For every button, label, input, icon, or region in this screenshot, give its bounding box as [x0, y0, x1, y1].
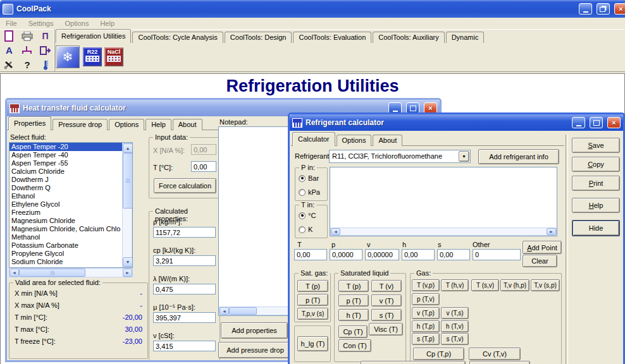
fluid-item[interactable]: Freezium [9, 209, 122, 217]
gas-cp-tp-button[interactable]: Cp (T,p) [413, 348, 464, 360]
tab-refrigeration-utilities[interactable]: Refrigeration Utilities [56, 29, 131, 43]
fluid-item[interactable]: Aspen Temper -40 [9, 151, 122, 159]
t-in-kelvin-radio[interactable]: K [299, 226, 312, 233]
refc-titlebar[interactable]: Refrigerant calculator × [290, 114, 623, 131]
tab-dynamic[interactable]: Dynamic [446, 32, 485, 43]
conductivity-field[interactable] [153, 284, 216, 294]
kinematic-viscosity-field[interactable] [153, 341, 216, 351]
snowflake-tool-button[interactable]: ❄ [56, 46, 80, 68]
clear-button[interactable]: Clear [523, 255, 557, 267]
combobox-dropdown-icon[interactable]: ▼ [459, 151, 469, 162]
tools-icon[interactable] [1, 58, 17, 71]
new-document-icon[interactable] [1, 30, 17, 43]
exit-flow-icon[interactable] [37, 44, 54, 57]
fluid-item[interactable]: Magnesium Chloride [9, 217, 122, 225]
scroll-left-arrow-icon[interactable]: ◄ [331, 228, 340, 235]
gas-h-tp-button[interactable]: h (T,p) [412, 320, 440, 332]
fluid-list-hscrollbar[interactable]: ◄ ► [9, 268, 133, 277]
close-button[interactable]: × [614, 3, 625, 15]
print-button[interactable]: Print [572, 176, 620, 191]
gas-tv-sp-button[interactable]: T,v (s,p) [531, 279, 560, 291]
gas-p-tv-button[interactable]: p (T,v) [412, 293, 440, 305]
nacl-calculator-button[interactable]: NaCl [104, 47, 123, 66]
menu-help[interactable]: Help [94, 20, 120, 27]
htf-tab-options[interactable]: Options [109, 119, 144, 130]
font-icon[interactable]: A [1, 44, 17, 57]
help-icon[interactable]: ? [19, 58, 35, 71]
results-output-area[interactable]: ◄ ► [330, 167, 557, 236]
gas-s-tv-button[interactable]: s (T,v) [441, 333, 469, 345]
save-button[interactable]: Save [572, 138, 620, 153]
restore-button[interactable] [597, 3, 610, 15]
add-properties-button[interactable]: Add properties [221, 322, 288, 339]
gas-cv-tv-button[interactable]: Cv (T,v) [469, 348, 521, 360]
add-pressure-drop-button[interactable]: Add pressure drop [218, 342, 292, 358]
output-hscrollbar[interactable]: ◄ ► [330, 228, 557, 236]
minimize-button[interactable] [579, 3, 592, 15]
menu-options[interactable]: Options [59, 20, 94, 27]
fluid-item[interactable]: Sodium Chloride [9, 258, 122, 266]
gas-tv-hp-button[interactable]: T,v (h,p) [500, 279, 529, 291]
hide-button[interactable]: Hide [572, 220, 620, 236]
satliq-con-t-button[interactable]: Con (T) [338, 339, 371, 352]
satliq-p-t-button[interactable]: p (T) [338, 294, 369, 306]
scroll-right-arrow-icon[interactable]: ► [547, 228, 556, 235]
scroll-left-arrow-icon[interactable]: ◄ [9, 269, 19, 277]
tab-cooltools-design[interactable]: CoolTools: Design [225, 32, 292, 43]
other-field[interactable] [473, 249, 521, 260]
fluid-item[interactable]: Ethylene Glycol [9, 200, 122, 209]
htf-tab-about[interactable]: About [173, 119, 202, 130]
satliq-h-t-button[interactable]: h (T) [338, 309, 369, 321]
copy-button[interactable]: Copy [572, 157, 620, 172]
gas-v-ts-button[interactable]: v (T,s) [441, 307, 469, 319]
gas-v-tp-button[interactable]: v (T,p) [412, 307, 440, 319]
v-field[interactable] [365, 249, 399, 260]
cutoff-button[interactable] [469, 361, 530, 364]
print-icon[interactable] [19, 30, 35, 43]
add-refrigerant-info-button[interactable]: Add refrigerant info [478, 149, 559, 164]
gas-s-tp-button[interactable]: s (T,p) [412, 333, 440, 345]
fluid-item[interactable]: Dowtherm J [9, 176, 122, 184]
htf-tab-properties[interactable]: Properties [8, 116, 51, 130]
gas-h-tv-button[interactable]: h (T,v) [441, 320, 469, 332]
satliq-t-v-button[interactable]: T (v) [371, 280, 402, 292]
chart-tree-icon[interactable] [19, 44, 35, 57]
fluid-item[interactable]: Calcium Chloride [9, 167, 122, 176]
p-field[interactable] [330, 249, 362, 260]
refc-minimize-button[interactable] [572, 117, 585, 128]
refc-maximize-button[interactable] [590, 117, 603, 128]
tab-cooltools-auxiliary[interactable]: CoolTools: Auxiliary [373, 32, 444, 43]
scroll-down-arrow-icon[interactable]: ▼ [123, 257, 133, 267]
tab-cooltools-evaluation[interactable]: CoolTools: Evaluation [293, 32, 371, 43]
scroll-thumb[interactable] [123, 153, 133, 209]
gas-t-sv-button[interactable]: T (s,v) [471, 279, 499, 291]
p-in-bar-radio[interactable]: Bar [299, 174, 319, 182]
satliq-cp-t-button[interactable]: Cp (T) [338, 325, 368, 338]
exit-door-icon[interactable]: Π [37, 30, 54, 43]
force-calculation-button[interactable]: Force calculation [154, 178, 216, 193]
gas-t-vp-button[interactable]: T (v,p) [412, 279, 440, 291]
scroll-thumb[interactable] [229, 307, 257, 315]
refc-tab-options[interactable]: Options [337, 135, 372, 146]
fluid-item[interactable]: Aspen Temper -55 [9, 159, 122, 167]
t-field[interactable] [294, 249, 327, 260]
hlg-t-button[interactable]: h_lg (T) [297, 336, 328, 351]
fluid-list-vscrollbar[interactable]: ▲ ▼ [122, 143, 132, 267]
r22-calculator-button[interactable]: R22 [83, 47, 102, 66]
h-field[interactable] [402, 249, 435, 260]
scroll-thumb[interactable] [19, 269, 85, 277]
thermometer-icon[interactable] [37, 58, 54, 71]
fluid-item[interactable]: Magnesium Chloride, Calcium Chlo [9, 225, 122, 233]
scroll-up-arrow-icon[interactable]: ▲ [123, 143, 133, 153]
add-point-button[interactable]: Add Point [523, 241, 562, 254]
fluid-item[interactable]: Potassium Carbonate [9, 241, 122, 250]
t-in-celsius-radio[interactable]: °C [299, 212, 316, 219]
satliq-t-p-button[interactable]: T (p) [338, 280, 369, 292]
s-field[interactable] [437, 249, 470, 260]
satgas-p-t-button[interactable]: p (T) [297, 294, 328, 306]
dynamic-viscosity-field[interactable] [153, 312, 216, 323]
refrigerant-combobox[interactable]: R11, CCl3F, Trichlorofluoromethane ▼ [329, 150, 471, 163]
p-in-kpa-radio[interactable]: kPa [299, 188, 320, 196]
fluid-item[interactable]: Propylene Glycol [9, 250, 122, 258]
menu-file[interactable]: File [0, 20, 23, 27]
